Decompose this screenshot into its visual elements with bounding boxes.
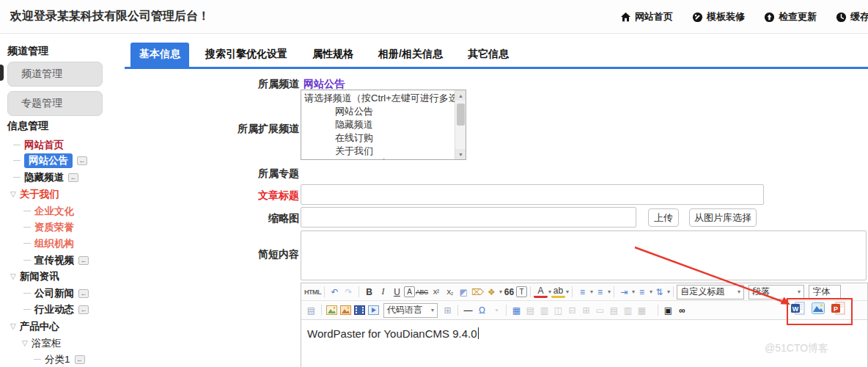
table-op-icon: ▤	[607, 303, 621, 317]
heading-select[interactable]: 自定义标题▾	[677, 285, 744, 299]
tree-item-bathroom-cabinet[interactable]: ▽ 浴室柜	[0, 335, 126, 351]
tree-item-company-news[interactable]: 公司新闻 ←	[0, 286, 126, 301]
unordered-list-icon[interactable]: ≡	[593, 285, 607, 299]
image-import-icon[interactable]	[812, 302, 825, 314]
expand-icon[interactable]: ▽	[10, 272, 16, 280]
tree-item-news[interactable]: ▽ 新闻资讯	[0, 269, 126, 284]
paint-format-icon[interactable]: ❖	[485, 285, 499, 299]
tab-other-info[interactable]: 其它信息	[459, 43, 518, 67]
font-color-icon[interactable]: A	[534, 286, 548, 298]
italic-icon[interactable]: I	[376, 285, 390, 299]
tree-item-site-home[interactable]: 网站首页	[0, 137, 126, 153]
tree-item-action-icon[interactable]: ←	[78, 256, 89, 265]
tabs-underline	[125, 67, 868, 69]
strikethrough-icon[interactable]: ABC	[415, 285, 429, 299]
highlight-color-icon[interactable]: ab	[551, 286, 565, 298]
line-height-icon[interactable]: ⇅	[652, 285, 666, 299]
tree-item-about-us[interactable]: ▽ 关于我们	[0, 186, 126, 202]
tree-item-promo-video[interactable]: 宣传视频 ←	[0, 252, 126, 268]
bold-icon[interactable]: B	[362, 285, 376, 299]
subscript-icon[interactable]: X₂	[443, 285, 457, 299]
emoticon-icon[interactable]: ◔	[489, 303, 503, 317]
panel-collapse-handle[interactable]	[0, 65, 4, 81]
sidebar-button-channel-manage[interactable]: 频道管理	[7, 62, 103, 87]
blockquote-icon[interactable]: 66	[502, 285, 516, 299]
summary-textarea[interactable]	[301, 230, 867, 280]
scroll-down-icon[interactable]: ▼	[455, 149, 466, 159]
tree-item-site-notice[interactable]: 网站公告 ←	[0, 153, 126, 168]
wordpaster-button-group: W P	[791, 302, 845, 315]
tree-item-industry-trends[interactable]: 行业动态 ←	[0, 302, 126, 317]
upload-button[interactable]: 上传	[648, 208, 679, 227]
redo-icon[interactable]: ↷	[342, 285, 356, 299]
tab-attribute-spec[interactable]: 属性规格	[304, 43, 362, 67]
listbox-option[interactable]: 在线订购	[304, 131, 452, 145]
find-replace-icon[interactable]: ∞	[675, 303, 689, 317]
table-op-icon: ⊟	[565, 303, 579, 317]
flash-media-icon[interactable]	[367, 303, 380, 317]
word-import-icon[interactable]: W	[791, 302, 805, 315]
nav-site-home[interactable]: 网站首页	[620, 10, 673, 23]
listbox-scrollbar[interactable]: ▲ ▼	[455, 90, 466, 159]
paste-plain-icon[interactable]: T	[516, 286, 527, 297]
tree-item-product-center[interactable]: ▽ 产品中心	[0, 319, 126, 334]
scroll-up-icon[interactable]: ▲	[455, 90, 466, 101]
nav-cache[interactable]: 缓存	[836, 10, 868, 23]
ordered-list-icon[interactable]: ≡	[575, 285, 589, 299]
tree-item-action-icon[interactable]: ←	[78, 289, 89, 298]
tab-album-related[interactable]: 相册/相关信息	[369, 43, 452, 67]
listbox-option[interactable]: 请选择频道（按Ctrl+左键可进行多选）	[304, 92, 452, 105]
eraser-icon[interactable]: ◩	[457, 285, 471, 299]
code-block-icon[interactable]: ⊞	[441, 303, 455, 317]
ext-channel-listbox[interactable]: 请选择频道（按Ctrl+左键可进行多选） 网站公告 隐藏频道 在线订购 关于我们…	[301, 90, 466, 160]
nav-template-decorate[interactable]: 模板装修	[692, 10, 745, 23]
dropdown-caret-icon: ▾	[431, 307, 434, 313]
paragraph-select[interactable]: 段落▾	[749, 285, 804, 299]
tree-item-action-icon[interactable]: ←	[77, 156, 87, 165]
listbox-option[interactable]: 关于我们	[304, 145, 452, 158]
font-family-select[interactable]: 字体	[809, 285, 841, 299]
font-box-icon[interactable]: A	[404, 286, 415, 297]
thumbnail-input[interactable]	[301, 207, 636, 228]
tree-item-corp-culture[interactable]: 企业文化	[0, 203, 126, 219]
listbox-option[interactable]: 网站公告	[304, 105, 452, 118]
expand-icon[interactable]: ▽	[22, 339, 28, 347]
gallery-select-button[interactable]: 从图片库选择	[689, 208, 757, 227]
superscript-icon[interactable]: X²	[429, 285, 443, 299]
horizontal-rule-icon[interactable]: —	[461, 303, 475, 317]
table-icon[interactable]: ▦	[510, 303, 523, 317]
tree-item-action-icon[interactable]: ←	[78, 305, 89, 314]
tree-item-action-icon[interactable]: ←	[75, 355, 85, 364]
tree-item-category-1[interactable]: 分类1 ←	[0, 352, 126, 367]
article-title-input[interactable]	[301, 184, 764, 205]
tree-item-qualification-honor[interactable]: 资质荣誉	[0, 219, 126, 235]
image-icon[interactable]	[339, 303, 353, 317]
print-icon[interactable]: ▣	[661, 303, 675, 317]
underline-icon[interactable]: U	[390, 285, 404, 299]
listbox-option[interactable]: ├─企业文化	[304, 158, 452, 160]
undo-icon[interactable]: ↶	[328, 285, 342, 299]
image-upload-icon[interactable]	[325, 303, 339, 317]
tree-item-organization[interactable]: 组织机构	[0, 236, 126, 251]
indent-icon[interactable]: ⇥	[617, 285, 631, 299]
ppt-import-icon[interactable]: P	[831, 302, 845, 315]
scrollbar-thumb[interactable]	[457, 103, 465, 126]
video-icon[interactable]	[353, 303, 367, 317]
tree-connector	[23, 309, 31, 310]
sidebar-button-topic-manage[interactable]: 专题管理	[7, 91, 103, 116]
tab-basic-info[interactable]: 基本信息	[130, 43, 189, 67]
tab-seo-settings[interactable]: 搜索引擎优化设置	[196, 43, 296, 67]
clear-format-icon[interactable]: ⌦	[471, 285, 485, 299]
expand-icon[interactable]: ▽	[10, 190, 16, 198]
code-language-select[interactable]: 代码语言▾	[383, 303, 438, 318]
nav-check-update[interactable]: 检查更新	[764, 10, 817, 23]
paragraph-mark-icon[interactable]: ▤	[304, 303, 318, 317]
listbox-option[interactable]: 隐藏频道	[304, 118, 452, 131]
html-source-button[interactable]: HTML	[304, 285, 321, 299]
tree-item-action-icon[interactable]: ←	[68, 173, 78, 182]
special-char-icon[interactable]: Ω	[475, 303, 489, 317]
ext-channel-label: 所属扩展频道	[132, 123, 299, 136]
expand-icon[interactable]: ▽	[10, 322, 16, 330]
align-icon[interactable]: ≡	[635, 285, 649, 299]
tree-item-hidden-channel[interactable]: 隐藏频道 ←	[0, 170, 126, 185]
